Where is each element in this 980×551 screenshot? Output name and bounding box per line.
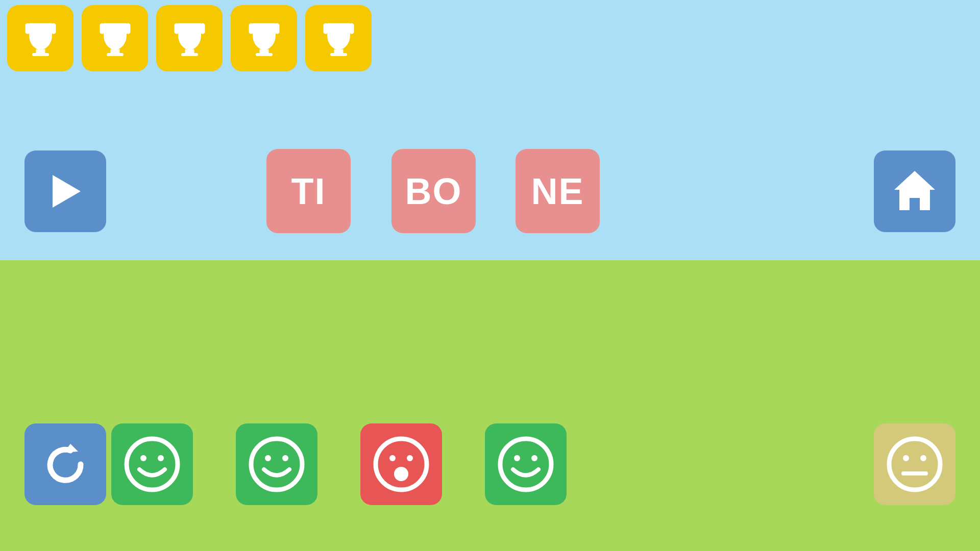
svg-marker-20 xyxy=(53,175,81,208)
smiley-green-2-button[interactable] xyxy=(236,423,317,505)
trophy-icon-4 xyxy=(245,19,283,58)
svg-point-36 xyxy=(889,439,940,490)
svg-point-25 xyxy=(158,455,164,461)
svg-rect-17 xyxy=(330,53,347,56)
svg-point-27 xyxy=(265,455,271,461)
svg-point-26 xyxy=(251,439,302,490)
refresh-icon xyxy=(42,441,88,487)
svg-rect-8 xyxy=(185,49,194,53)
play-button[interactable] xyxy=(24,151,106,232)
trophy-tile-2[interactable] xyxy=(82,5,148,71)
trophy-tile-1[interactable] xyxy=(7,5,74,71)
trophy-tile-5[interactable] xyxy=(305,5,372,71)
svg-rect-1 xyxy=(32,53,49,56)
trophy-icon-2 xyxy=(96,19,134,58)
smiley-neutral-button[interactable] xyxy=(874,423,955,505)
trophy-icon xyxy=(21,19,60,58)
svg-rect-16 xyxy=(334,49,343,53)
ne-label: NE xyxy=(531,170,584,212)
svg-point-33 xyxy=(500,439,551,490)
surprised-face-icon xyxy=(373,436,429,492)
ti-letter-tile[interactable]: TI xyxy=(266,149,351,233)
neutral-face-icon xyxy=(887,436,943,492)
ti-label: TI xyxy=(291,170,326,212)
happy-face-icon-1 xyxy=(124,436,180,492)
svg-rect-4 xyxy=(110,49,119,53)
ground-background xyxy=(0,260,980,551)
svg-rect-13 xyxy=(256,53,273,56)
home-button[interactable] xyxy=(874,151,955,232)
svg-rect-19 xyxy=(349,23,354,34)
happy-face-icon-2 xyxy=(249,436,305,492)
play-icon xyxy=(45,171,86,212)
svg-point-30 xyxy=(389,455,396,461)
svg-rect-0 xyxy=(36,49,45,53)
trophy-icon-5 xyxy=(320,19,358,58)
svg-rect-18 xyxy=(323,23,328,34)
svg-rect-12 xyxy=(259,49,268,53)
bo-letter-tile[interactable]: BO xyxy=(391,149,476,233)
svg-point-24 xyxy=(140,455,146,461)
svg-point-23 xyxy=(127,439,178,490)
svg-rect-7 xyxy=(126,23,130,34)
svg-rect-9 xyxy=(181,53,198,56)
svg-point-31 xyxy=(407,455,413,461)
smiley-red-surprised-button[interactable] xyxy=(360,423,442,505)
smiley-green-1-button[interactable] xyxy=(111,423,193,505)
bo-label: BO xyxy=(405,170,462,212)
trophy-tile-3[interactable] xyxy=(156,5,223,71)
svg-point-37 xyxy=(903,455,909,461)
svg-point-35 xyxy=(531,455,537,461)
ne-letter-tile[interactable]: NE xyxy=(516,149,600,233)
svg-point-29 xyxy=(376,439,427,490)
svg-rect-10 xyxy=(174,23,179,34)
svg-rect-6 xyxy=(100,23,104,34)
happy-face-icon-3 xyxy=(498,436,554,492)
svg-point-34 xyxy=(514,455,520,461)
svg-rect-3 xyxy=(51,23,56,34)
refresh-button[interactable] xyxy=(24,423,106,505)
svg-rect-14 xyxy=(249,23,253,34)
svg-point-28 xyxy=(282,455,288,461)
svg-rect-15 xyxy=(275,23,279,34)
svg-rect-11 xyxy=(200,23,205,34)
svg-marker-21 xyxy=(894,171,935,210)
trophy-tile-4[interactable] xyxy=(231,5,297,71)
svg-point-32 xyxy=(394,467,408,481)
trophy-icon-3 xyxy=(170,19,209,58)
svg-point-38 xyxy=(920,455,926,461)
svg-rect-5 xyxy=(107,53,124,56)
smiley-green-3-button[interactable] xyxy=(485,423,567,505)
home-icon xyxy=(892,168,938,214)
svg-rect-2 xyxy=(25,23,30,34)
